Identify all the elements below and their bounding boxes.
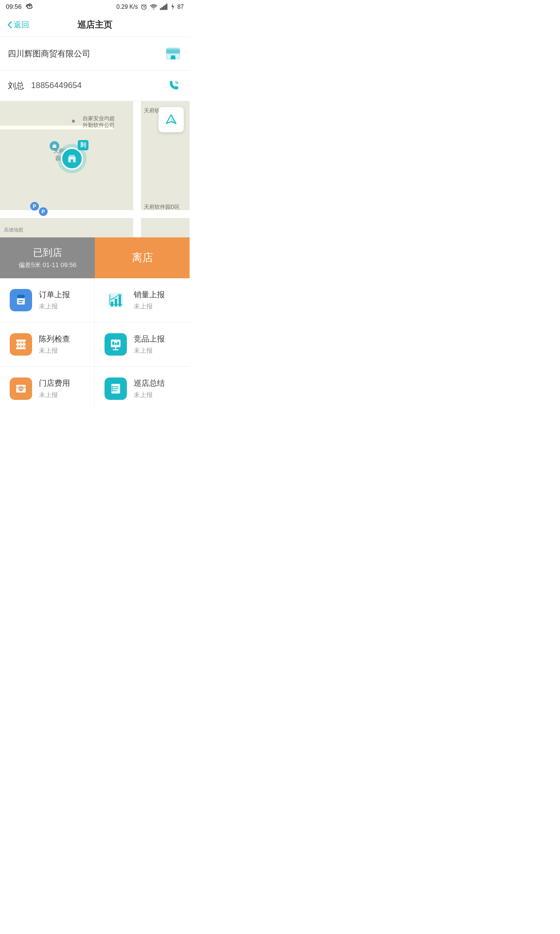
- parking-sign: P: [30, 202, 39, 211]
- status-bar: 09:56 0.29 K/s: [0, 0, 190, 13]
- svg-rect-35: [23, 345, 25, 347]
- navigate-button[interactable]: [158, 107, 184, 132]
- svg-rect-34: [20, 345, 22, 347]
- svg-rect-5: [166, 3, 167, 10]
- svg-rect-19: [17, 295, 25, 298]
- map-container: 自家安业均超 外勤软件公司 天府软件园D区 天府软件园D2座 天府软件园D区 P…: [0, 101, 190, 237]
- svg-rect-10: [175, 55, 178, 57]
- menu-item-store-cost[interactable]: ¥ 门店费用 未上报: [0, 367, 95, 411]
- svg-rect-33: [17, 345, 19, 347]
- svg-rect-24: [115, 299, 117, 306]
- signal-icon: [160, 3, 168, 10]
- svg-rect-7: [166, 50, 180, 54]
- wifi-icon: [150, 3, 158, 10]
- competitor-report-title: 竞品上报: [134, 334, 165, 344]
- status-right: 0.29 K/s 87: [117, 3, 184, 10]
- store-map-icon: [67, 154, 77, 163]
- arrived-sub-text: 偏差5米 01-11 09:56: [6, 261, 89, 269]
- svg-rect-32: [23, 341, 25, 343]
- display-check-text: 陈列检查 未上报: [39, 334, 70, 355]
- svg-rect-3: [163, 6, 164, 10]
- competitor-report-sub: 未上报: [134, 346, 165, 355]
- page-header: 返回 巡店主页: [0, 13, 190, 37]
- document-icon: [14, 293, 28, 307]
- sales-report-icon-wrap: [105, 289, 127, 311]
- sales-report-title: 销量上报: [134, 290, 165, 300]
- bar-chart-icon: [105, 289, 127, 311]
- store-icon: [164, 45, 182, 62]
- action-area: 已到店 偏差5米 01-11 09:56 离店: [0, 237, 190, 278]
- competitor-report-icon-wrap: [105, 333, 127, 356]
- svg-point-51: [112, 388, 113, 390]
- display-check-title: 陈列检查: [39, 334, 70, 344]
- store-cost-sub: 未上报: [39, 391, 70, 399]
- map-dot: [72, 120, 75, 123]
- store-summary-icon-wrap: [105, 377, 127, 400]
- order-report-icon-wrap: [10, 289, 32, 311]
- svg-rect-31: [20, 341, 22, 343]
- svg-rect-20: [18, 300, 23, 301]
- svg-rect-21: [18, 302, 22, 303]
- page-title: 巡店主页: [77, 19, 112, 31]
- svg-rect-41: [117, 342, 119, 345]
- map-label-1: 自家安业均超: [83, 115, 115, 122]
- svg-rect-2: [161, 7, 162, 10]
- menu-item-sales-report[interactable]: 销量上报 未上报: [95, 278, 190, 323]
- navigate-icon: [164, 113, 178, 126]
- menu-item-competitor-report[interactable]: 竞品上报 未上报: [95, 323, 190, 367]
- alarm-icon: [140, 3, 147, 10]
- speed-display: 0.29 K/s: [117, 3, 138, 10]
- contact-name: 刘总: [8, 80, 24, 91]
- status-left: 09:56: [6, 3, 35, 10]
- arrived-button[interactable]: 已到店 偏差5米 01-11 09:56: [0, 237, 95, 278]
- svg-rect-28: [16, 343, 26, 345]
- arrived-main-text: 已到店: [6, 246, 89, 259]
- map-label-2: 外勤软件公司: [83, 122, 115, 129]
- checklist-icon: [109, 382, 122, 395]
- parking-sign-2: P: [39, 207, 48, 216]
- svg-rect-15: [71, 159, 73, 162]
- svg-rect-4: [164, 5, 165, 10]
- order-report-sub: 未上报: [39, 302, 70, 311]
- contact-phone: 18856449654: [31, 81, 82, 90]
- map-attribution: 高德地图: [4, 227, 23, 234]
- store-summary-sub: 未上报: [134, 391, 165, 399]
- phone-icon[interactable]: [165, 77, 182, 94]
- store-info-section: 四川辉图商贸有限公司: [0, 37, 190, 71]
- presentation-icon: [109, 338, 122, 351]
- svg-text:¥: ¥: [20, 388, 22, 391]
- svg-rect-1: [160, 8, 161, 10]
- arrival-badge: 到: [78, 140, 88, 150]
- display-check-icon-wrap: [10, 333, 32, 356]
- contact-left: 刘总 18856449654: [8, 80, 82, 91]
- arrival-pin-container: 到: [57, 144, 87, 173]
- svg-rect-8: [171, 55, 175, 59]
- sales-report-sub: 未上报: [134, 302, 165, 311]
- store-cost-text: 门店费用 未上报: [39, 378, 70, 399]
- order-report-title: 订单上报: [39, 290, 70, 300]
- shelf-icon: [14, 338, 28, 351]
- time-display: 09:56: [6, 3, 22, 10]
- svg-rect-39: [112, 341, 114, 345]
- menu-item-display-check[interactable]: 陈列检查 未上报: [0, 323, 95, 367]
- svg-point-50: [112, 386, 113, 388]
- menu-item-store-summary[interactable]: 巡店总结 未上报: [95, 367, 190, 411]
- leave-button[interactable]: 离店: [95, 237, 190, 278]
- store-cost-icon-wrap: ¥: [10, 377, 32, 400]
- svg-rect-29: [16, 347, 26, 349]
- loop-icon: [25, 3, 35, 10]
- competitor-report-text: 竞品上报 未上报: [134, 334, 165, 355]
- menu-item-order-report[interactable]: 订单上报 未上报: [0, 278, 95, 323]
- back-chevron-icon: [8, 21, 12, 28]
- svg-rect-27: [16, 340, 26, 341]
- money-icon: ¥: [14, 382, 28, 395]
- svg-rect-23: [111, 302, 113, 306]
- menu-grid: 订单上报 未上报 销量上报 未上报: [0, 278, 190, 411]
- store-name: 四川辉图商贸有限公司: [8, 48, 90, 59]
- back-button[interactable]: 返回: [8, 20, 29, 30]
- sales-report-text: 销量上报 未上报: [134, 290, 165, 311]
- contact-info-section[interactable]: 刘总 18856449654: [0, 71, 190, 101]
- order-report-text: 订单上报 未上报: [39, 290, 70, 311]
- map-label-5: 天府软件园D区: [144, 203, 180, 211]
- svg-point-52: [112, 390, 113, 392]
